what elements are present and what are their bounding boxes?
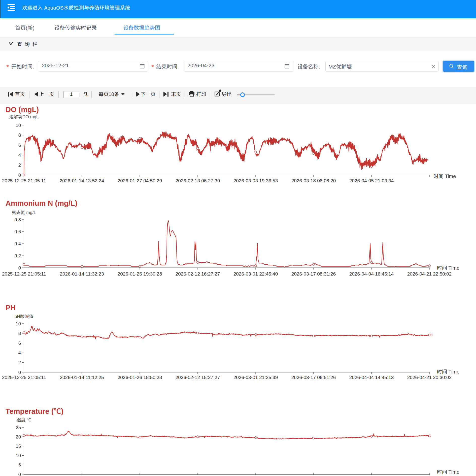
svg-text:0.2: 0.2 bbox=[14, 252, 21, 259]
svg-text:2026-04-04 14:45:13: 2026-04-04 14:45:13 bbox=[349, 373, 394, 380]
svg-text:2026-01-14 13:52:24: 2026-01-14 13:52:24 bbox=[60, 177, 104, 184]
svg-text:PH: PH bbox=[6, 302, 16, 312]
svg-text:2: 2 bbox=[18, 161, 21, 168]
svg-text:10: 10 bbox=[16, 452, 21, 458]
svg-text:DO (mgL): DO (mgL) bbox=[6, 104, 39, 114]
svg-text:15: 15 bbox=[16, 443, 21, 449]
svg-text:2026-03-03 19:36:53: 2026-03-03 19:36:53 bbox=[233, 177, 278, 184]
svg-text:20: 20 bbox=[16, 433, 21, 440]
svg-text:2026-02-12 16:27:27: 2026-02-12 16:27:27 bbox=[176, 270, 220, 277]
svg-text:2026-01-14 11:12:25: 2026-01-14 11:12:25 bbox=[60, 373, 104, 380]
svg-text:2026-03-01 22:45:40: 2026-03-01 22:45:40 bbox=[233, 270, 278, 277]
svg-text:2026-03-17 08:31:26: 2026-03-17 08:31:26 bbox=[291, 270, 336, 277]
svg-text:5: 5 bbox=[18, 461, 21, 468]
svg-text:2026-02-13 06:27:30: 2026-02-13 06:27:30 bbox=[176, 177, 220, 184]
svg-text:2026-03-17 06:51:26: 2026-03-17 06:51:26 bbox=[291, 373, 336, 380]
svg-text:0.8: 0.8 bbox=[14, 216, 21, 223]
svg-text:4: 4 bbox=[18, 349, 21, 356]
svg-text:2026-01-26 19:30:28: 2026-01-26 19:30:28 bbox=[118, 270, 162, 277]
svg-text:0: 0 bbox=[18, 264, 21, 271]
svg-text:2: 2 bbox=[18, 359, 21, 365]
svg-text:时间 Time: 时间 Time bbox=[437, 368, 459, 375]
svg-text:pH酸碱值: pH酸碱值 bbox=[15, 313, 33, 319]
svg-text:2026-04-04 16:45:14: 2026-04-04 16:45:14 bbox=[349, 270, 394, 277]
svg-text:0: 0 bbox=[18, 471, 21, 476]
svg-text:2025-12-25 21:05:11: 2025-12-25 21:05:11 bbox=[2, 177, 46, 184]
svg-text:温度 ℃: 温度 ℃ bbox=[17, 416, 31, 423]
svg-text:4: 4 bbox=[18, 151, 21, 158]
svg-text:6: 6 bbox=[18, 142, 21, 148]
svg-text:2026-01-27 04:50:29: 2026-01-27 04:50:29 bbox=[118, 177, 162, 184]
svg-text:2026-02-12 15:27:27: 2026-02-12 15:27:27 bbox=[176, 373, 220, 380]
svg-text:2025-12-25 21:05:11: 2025-12-25 21:05:11 bbox=[2, 373, 46, 380]
svg-text:Temperature (℃): Temperature (℃) bbox=[6, 405, 63, 416]
svg-text:溶解氧DO mgL: 溶解氧DO mgL bbox=[9, 113, 39, 120]
svg-text:时间 Time: 时间 Time bbox=[433, 172, 456, 180]
svg-text:2026-03-18 08:08:20: 2026-03-18 08:08:20 bbox=[291, 177, 336, 184]
svg-text:2026-03-01 21:25:39: 2026-03-01 21:25:39 bbox=[233, 373, 278, 380]
svg-text:25: 25 bbox=[16, 424, 21, 430]
svg-text:2025-12-25 21:05:11: 2025-12-25 21:05:11 bbox=[2, 270, 46, 277]
svg-text:氨态氮 mg/L: 氨态氮 mg/L bbox=[12, 209, 36, 215]
svg-text:8: 8 bbox=[18, 131, 21, 138]
svg-text:2026-01-26 18:50:28: 2026-01-26 18:50:28 bbox=[118, 373, 162, 380]
svg-text:时间 Time: 时间 Time bbox=[437, 264, 459, 271]
svg-text:2026-04-05 21:03:34: 2026-04-05 21:03:34 bbox=[349, 177, 394, 184]
svg-text:10: 10 bbox=[16, 122, 21, 128]
svg-text:6: 6 bbox=[18, 339, 21, 346]
svg-text:时间 Time: 时间 Time bbox=[437, 468, 459, 475]
svg-text:Ammonium N (mg/L): Ammonium N (mg/L) bbox=[6, 197, 77, 208]
svg-text:0.6: 0.6 bbox=[14, 228, 21, 234]
svg-text:10: 10 bbox=[16, 320, 21, 327]
svg-text:8: 8 bbox=[18, 330, 21, 336]
svg-text:2026-01-14 11:32:23: 2026-01-14 11:32:23 bbox=[60, 270, 104, 277]
svg-text:0.4: 0.4 bbox=[14, 240, 21, 247]
